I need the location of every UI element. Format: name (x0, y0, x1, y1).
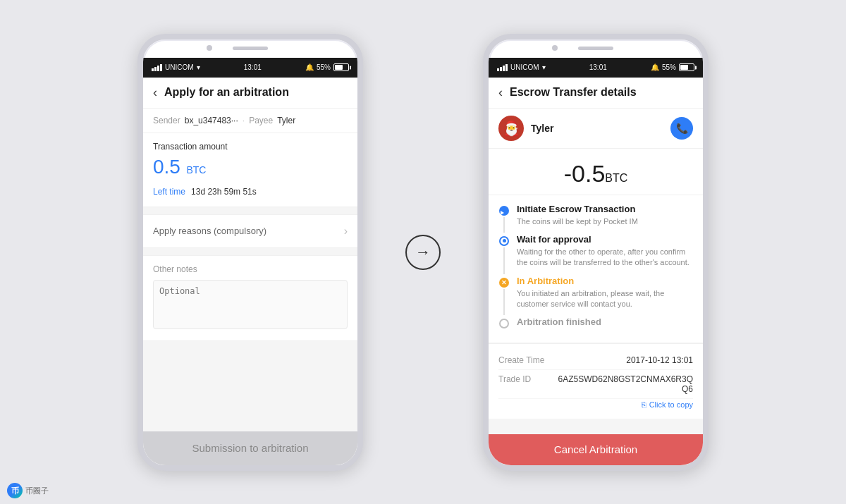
big-amount-value: -0.5 (564, 160, 606, 187)
copy-row[interactable]: ⎘ Click to copy (498, 399, 693, 412)
status-bar-left: UNICOM ▾ 13:01 🔔 55% (143, 58, 357, 78)
right-header: ‹ Escrow Transfer details (489, 78, 703, 109)
status-bar-right: UNICOM ▾ 13:01 🔔 55% (489, 58, 703, 78)
sender-label: Sender (153, 116, 180, 125)
apply-reason-row[interactable]: Apply reasons (compulsory) › (143, 214, 357, 248)
back-button[interactable]: ‹ (153, 85, 157, 100)
right-phone: UNICOM ▾ 13:01 🔔 55% ‹ Escrow Transfer d… (483, 34, 709, 471)
time-label: 13:01 (244, 63, 262, 71)
carrier-label: UNICOM (165, 63, 194, 71)
cancel-label: Cancel Arbitration (554, 443, 637, 455)
sender-value: bx_u347483··· (185, 116, 238, 125)
timeline-item-arbitration: ✕ In Arbitration You initiated an arbitr… (498, 276, 693, 317)
tl-title-initiate: Initiate Escrow Transaction (517, 204, 693, 214)
amount-label: Transaction amount (153, 142, 348, 152)
tl-title-finished: Arbitration finished (517, 316, 693, 327)
tl-dot-wait (499, 236, 509, 246)
tl-title-wait: Wait for approval (517, 234, 693, 245)
big-amount-section: -0.5BTC (489, 149, 703, 195)
tl-dot-arbitration: ✕ (499, 278, 509, 288)
left-header: ‹ Apply for an arbitration (143, 78, 357, 109)
tl-dot-finished (499, 319, 509, 328)
bell-icon-right: 🔔 (651, 63, 659, 71)
create-time-row: Create Time 2017-10-12 13:01 (498, 351, 693, 370)
wifi-icon-right: ▾ (542, 63, 546, 71)
back-button-right[interactable]: ‹ (498, 85, 503, 100)
trade-id-row: Trade ID 6AZ5SWD62N8GST2CNMAX6R3QQ6 (498, 370, 693, 399)
cancel-button[interactable]: Cancel Arbitration (489, 434, 703, 465)
create-time-value: 2017-10-12 13:01 (626, 355, 693, 365)
create-time-label: Create Time (498, 355, 544, 365)
amount-display: 0.5 BTC (153, 156, 348, 178)
trade-id-value: 6AZ5SWD62N8GST2CNMAX6R3QQ6 (552, 374, 693, 394)
timeline-item-finished: Arbitration finished (498, 316, 693, 334)
battery-icon-right (679, 63, 694, 71)
avatar: 🎅 (498, 116, 524, 141)
user-info: 🎅 Tyler (498, 116, 553, 141)
time-row: Left time 13d 23h 59m 51s (153, 183, 348, 201)
left-time-label: Left time (153, 187, 185, 197)
amount-section: Transaction amount 0.5 BTC Left time 13d… (143, 133, 357, 207)
timeline-item-initiate: Initiate Escrow Transaction The coins wi… (498, 204, 693, 234)
timeline-item-wait: Wait for approval Waiting for the other … (498, 234, 693, 276)
call-button[interactable]: 📞 (670, 117, 693, 140)
amount-value: 0.5 (153, 156, 180, 178)
carrier-label-right: UNICOM (510, 63, 539, 71)
submit-button[interactable]: Submission to arbitration (143, 431, 357, 465)
apply-reason-label: Apply reasons (compulsory) (153, 226, 266, 236)
watermark-text: 币圈子 (25, 486, 49, 496)
submit-label: Submission to arbitration (192, 442, 308, 454)
page-title-right: Escrow Transfer details (510, 86, 637, 99)
tl-desc-wait: Waiting for the other to operate, after … (517, 247, 693, 269)
tl-desc-arbitration: You initiated an arbitration, please wai… (517, 288, 693, 310)
tl-title-arbitration: In Arbitration (517, 276, 693, 286)
signal-icon (152, 64, 162, 71)
user-name: Tyler (531, 123, 553, 134)
spacer (143, 341, 357, 431)
right-screen-content: 🎅 Tyler 📞 -0.5BTC Initiate Escrow Transa… (489, 109, 703, 465)
watermark-logo: 币 (7, 483, 23, 498)
copy-label: Click to copy (649, 400, 693, 409)
notes-section: Other notes (143, 255, 357, 341)
battery-percent-right: 55% (662, 63, 676, 71)
detail-rows: Create Time 2017-10-12 13:01 Trade ID 6A… (489, 343, 703, 419)
watermark: 币 币圈子 (7, 483, 49, 498)
svg-marker-0 (501, 211, 504, 215)
trade-id-label: Trade ID (498, 374, 531, 384)
left-screen-content: Sender bx_u347483··· · Payee Tyler Trans… (143, 109, 357, 465)
transition-arrow: → (405, 235, 441, 270)
user-row: 🎅 Tyler 📞 (489, 109, 703, 149)
sender-payee-row: Sender bx_u347483··· · Payee Tyler (143, 109, 357, 133)
time-label-right: 13:01 (589, 63, 607, 71)
chevron-right-icon: › (344, 225, 348, 238)
left-time-value: 13d 23h 59m 51s (191, 187, 257, 197)
payee-label: Payee (249, 116, 273, 125)
left-phone: UNICOM ▾ 13:01 🔔 55% ‹ Apply for an arbi… (137, 34, 363, 471)
wifi-icon: ▾ (197, 63, 200, 71)
big-amount-unit: BTC (605, 172, 627, 184)
battery-icon (333, 63, 349, 71)
payee-value: Tyler (277, 116, 295, 125)
tl-desc-initiate: The coins will be kept by Pocket IM (517, 216, 693, 227)
bell-icon: 🔔 (305, 63, 314, 71)
amount-unit: BTC (186, 164, 206, 176)
other-notes-label: Other notes (153, 264, 348, 274)
signal-icon-right (497, 64, 508, 71)
page-title: Apply for an arbitration (164, 86, 289, 99)
tl-dot-initiate (499, 206, 509, 216)
timeline: Initiate Escrow Transaction The coins wi… (489, 195, 703, 344)
notes-input[interactable] (153, 280, 348, 329)
copy-icon: ⎘ (642, 400, 646, 409)
battery-percent: 55% (317, 63, 331, 71)
